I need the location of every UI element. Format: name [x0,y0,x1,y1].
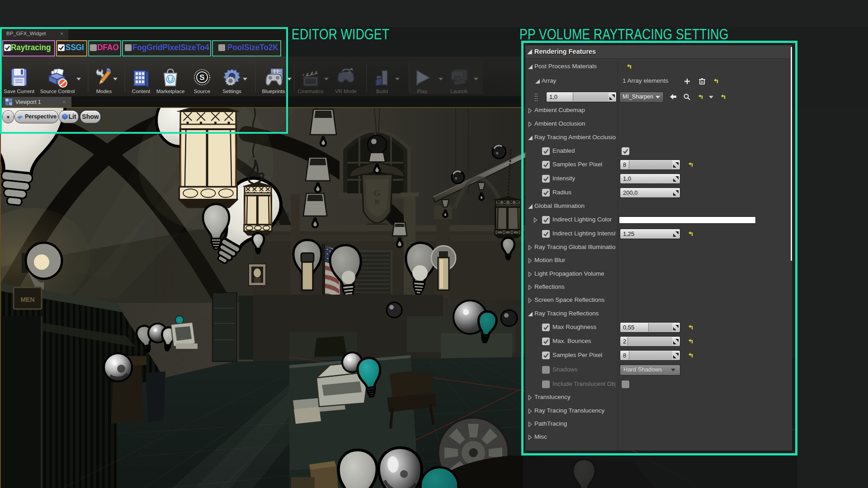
svg-text:G: G [374,188,381,198]
svg-text:B: B [375,198,379,206]
svg-text:MEN: MEN [20,296,34,303]
